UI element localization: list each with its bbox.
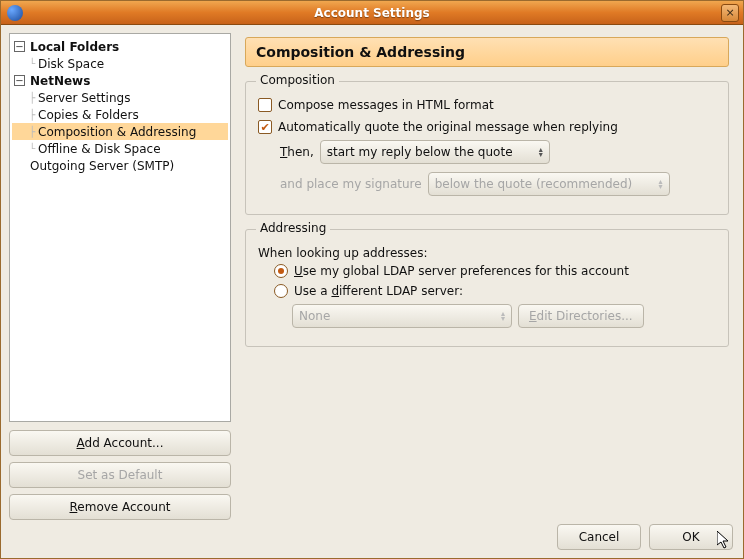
tree-item-offline-disk-space[interactable]: └ Offline & Disk Space — [12, 140, 228, 157]
ldap-global-label: Use my global LDAP server preferences fo… — [294, 264, 629, 278]
ldap-different-radio[interactable] — [274, 284, 288, 298]
signature-label: and place my signature — [280, 177, 422, 191]
window: Account Settings × − Local Folders └ Dis… — [0, 0, 744, 559]
cursor-icon — [717, 531, 733, 551]
collapse-icon[interactable]: − — [14, 41, 25, 52]
composition-group: Composition Compose messages in HTML for… — [245, 81, 729, 215]
reply-position-select[interactable]: start my reply below the quote ▴▾ — [320, 140, 550, 164]
sidepane: − Local Folders └ Disk Space − NetNews ├… — [9, 33, 231, 520]
tree-item-disk-space[interactable]: └ Disk Space — [12, 55, 228, 72]
spinner-icon: ▴▾ — [659, 179, 663, 189]
signature-position-select: below the quote (recommended) ▴▾ — [428, 172, 670, 196]
ldap-server-row: None ▴▾ Edit Directories... — [292, 304, 716, 328]
signature-row: and place my signature below the quote (… — [280, 172, 716, 196]
composition-legend: Composition — [256, 73, 339, 87]
addressing-legend: Addressing — [256, 221, 330, 235]
then-row: Then, start my reply below the quote ▴▾ — [280, 140, 716, 164]
set-default-button: Set as Default — [9, 462, 231, 488]
lookup-label: When looking up addresses: — [258, 246, 427, 260]
titlebar: Account Settings × — [1, 1, 743, 25]
tree-item-composition-addressing[interactable]: ├ Composition & Addressing — [12, 123, 228, 140]
page-title: Composition & Addressing — [245, 37, 729, 67]
add-account-button[interactable]: Add Account... — [9, 430, 231, 456]
auto-quote-label: Automatically quote the original message… — [278, 120, 618, 134]
window-title: Account Settings — [314, 6, 429, 20]
cancel-button[interactable]: Cancel — [557, 524, 641, 550]
tree-item-server-settings[interactable]: ├ Server Settings — [12, 89, 228, 106]
auto-quote-row[interactable]: Automatically quote the original message… — [258, 120, 716, 134]
addressing-group: Addressing When looking up addresses: Us… — [245, 229, 729, 347]
html-format-checkbox[interactable] — [258, 98, 272, 112]
content: − Local Folders └ Disk Space − NetNews ├… — [1, 25, 743, 558]
collapse-icon[interactable]: − — [14, 75, 25, 86]
ldap-global-row[interactable]: Use my global LDAP server preferences fo… — [274, 264, 716, 278]
app-icon — [7, 5, 23, 21]
remove-account-button[interactable]: Remove Account — [9, 494, 231, 520]
accounts-tree[interactable]: − Local Folders └ Disk Space − NetNews ├… — [9, 33, 231, 422]
close-icon[interactable]: × — [721, 4, 739, 22]
edit-directories-button: Edit Directories... — [518, 304, 644, 328]
spinner-icon: ▴▾ — [539, 147, 543, 157]
ldap-server-select: None ▴▾ — [292, 304, 512, 328]
tree-item-copies-folders[interactable]: ├ Copies & Folders — [12, 106, 228, 123]
then-label: Then, — [280, 145, 314, 159]
html-format-row[interactable]: Compose messages in HTML format — [258, 98, 716, 112]
tree-item-netnews[interactable]: − NetNews — [12, 72, 228, 89]
tree-item-outgoing-server[interactable]: Outgoing Server (SMTP) — [12, 157, 228, 174]
lookup-label-row: When looking up addresses: — [258, 246, 716, 260]
auto-quote-checkbox[interactable] — [258, 120, 272, 134]
ldap-different-row[interactable]: Use a different LDAP server: — [274, 284, 716, 298]
html-format-label: Compose messages in HTML format — [278, 98, 494, 112]
tree-item-local-folders[interactable]: − Local Folders — [12, 38, 228, 55]
mainpane: Composition & Addressing Composition Com… — [239, 33, 735, 520]
footer-buttons: Cancel OK — [9, 524, 735, 550]
ldap-global-radio[interactable] — [274, 264, 288, 278]
ldap-different-label: Use a different LDAP server: — [294, 284, 463, 298]
spinner-icon: ▴▾ — [501, 311, 505, 321]
